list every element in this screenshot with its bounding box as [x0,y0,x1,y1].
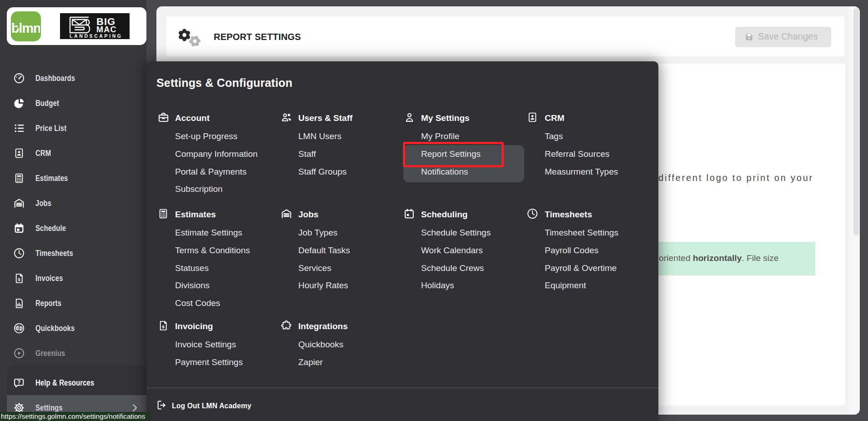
svg-text:$: $ [162,324,165,329]
svg-text:?: ? [17,379,20,386]
svg-text:blmn: blmn [12,21,40,35]
svg-text:$: $ [18,276,20,281]
svg-text:LANDSCAPING: LANDSCAPING [70,33,123,39]
